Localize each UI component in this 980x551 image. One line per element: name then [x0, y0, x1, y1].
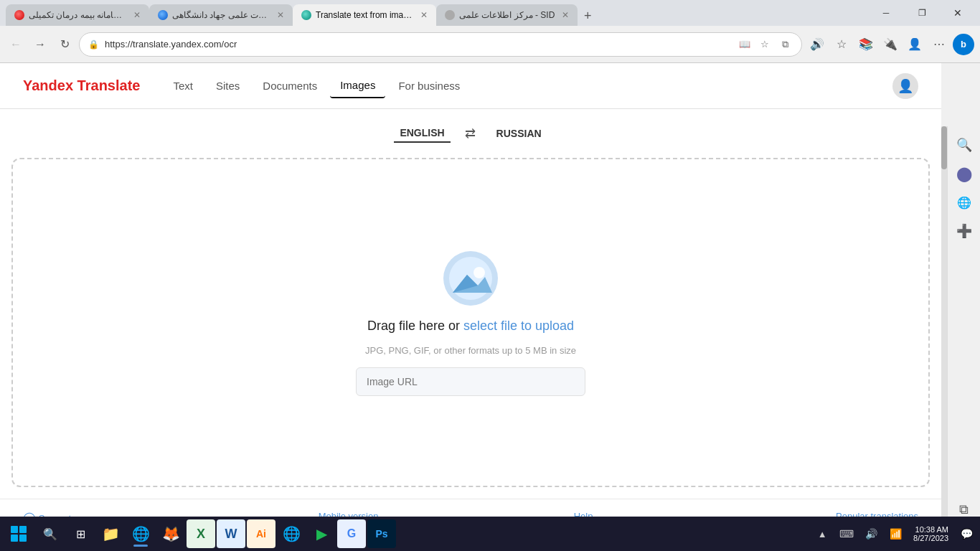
tab-2-close[interactable]: ✕	[277, 10, 284, 20]
taskbar-right: ▲ ⌨ 🔊 📶 10:38 AM 8/27/2023 💬	[811, 523, 977, 545]
maximize-button[interactable]: ❐	[905, 1, 938, 24]
taskbar-photoshop[interactable]: Ps	[367, 519, 396, 548]
tab-1-close[interactable]: ✕	[133, 10, 141, 20]
tab-1-title: سیناد - سامانه بیمه درمان تکمیلی	[29, 10, 126, 20]
taskbar-volume-icon[interactable]: 🔊	[860, 523, 882, 545]
url-text: https://translate.yandex.com/ocr	[105, 39, 731, 50]
tab-2[interactable]: اطلاعات علمی جهاد دانشگاهی | SID ✕	[149, 4, 293, 26]
browser-frame: سیناد - سامانه بیمه درمان تکمیلی ✕ اطلاع…	[0, 0, 980, 551]
bing-copilot-button[interactable]: b	[953, 34, 974, 55]
tab-3[interactable]: Translate text from images and p... ✕	[293, 4, 436, 26]
close-button[interactable]: ✕	[941, 1, 974, 24]
upload-image-icon	[442, 250, 499, 307]
tab-1[interactable]: سیناد - سامانه بیمه درمان تکمیلی ✕	[6, 4, 149, 26]
taskbar-illustrator[interactable]: Ai	[247, 519, 275, 548]
drop-text-container: Drag file here or select file to upload	[367, 319, 574, 334]
profile-icon[interactable]: 👤	[904, 34, 925, 55]
refresh-button[interactable]: ↻	[55, 34, 75, 55]
header-right: 👤	[892, 73, 918, 99]
more-options-icon[interactable]: ⋯	[928, 34, 950, 55]
nav-documents[interactable]: Documents	[253, 74, 327, 98]
taskbar-excel[interactable]: X	[187, 519, 215, 548]
file-drop-zone[interactable]: Drag file here or select file to upload …	[11, 158, 930, 487]
taskbar-notification-icon[interactable]: 💬	[956, 523, 977, 545]
site-header: Yandex Translate Text Sites Documents Im…	[0, 63, 941, 109]
page-scrollbar[interactable]	[941, 126, 947, 551]
svg-point-2	[473, 267, 485, 278]
site-logo: Yandex Translate	[23, 77, 140, 94]
taskbar-google[interactable]: G	[337, 519, 366, 548]
logo-andex: andex Translate	[32, 77, 140, 93]
taskbar-system-tray[interactable]: ▲	[811, 523, 833, 545]
collections-icon[interactable]: 📚	[855, 34, 877, 55]
language-switcher: ENGLISH ⇄ RUSSIAN	[0, 109, 941, 158]
tab-4-favicon	[445, 10, 455, 20]
taskbar-firefox[interactable]: 🦊	[156, 519, 185, 548]
toolbar-right: 🔊 ☆ 📚 🔌 👤 ⋯ b	[806, 34, 974, 55]
tab-2-title: اطلاعات علمی جهاد دانشگاهی | SID	[172, 10, 270, 20]
back-button[interactable]: ←	[6, 34, 26, 55]
scrollbar-thumb[interactable]	[941, 126, 947, 169]
minimize-button[interactable]: ─	[870, 1, 903, 24]
extensions-icon[interactable]: 🔌	[880, 34, 901, 55]
split-icon[interactable]: ⧉	[777, 37, 793, 52]
browser-sidebar: 🔍 ⬤ 🌐 ➕ ⧉ ↗ ⚙️	[947, 126, 980, 551]
taskbar-search-button[interactable]: 🔍	[36, 519, 65, 548]
source-language-button[interactable]: ENGLISH	[394, 124, 450, 143]
address-bar: ← → ↻ 🔒 https://translate.yandex.com/ocr…	[0, 26, 980, 63]
taskbar-time-value: 10:38 AM	[915, 525, 948, 534]
sidebar-add-icon[interactable]: ➕	[951, 218, 977, 244]
tab-2-favicon	[158, 10, 168, 20]
windows-logo	[3, 518, 34, 550]
start-button[interactable]	[3, 518, 34, 550]
new-tab-button[interactable]: +	[578, 6, 598, 26]
nav-images[interactable]: Images	[330, 73, 385, 98]
main-nav: Text Sites Documents Images For business	[163, 73, 470, 98]
tab-4-title: مرکز اطلاعات علمی - SID	[459, 10, 555, 20]
taskbar-network-icon[interactable]: 📶	[885, 523, 906, 545]
taskbar-keyboard-icon[interactable]: ⌨	[836, 523, 857, 545]
tab-4-close[interactable]: ✕	[562, 10, 569, 20]
tab-1-favicon	[14, 10, 24, 20]
target-language-button[interactable]: RUSSIAN	[491, 125, 547, 142]
taskbar-date-value: 8/27/2023	[913, 534, 948, 542]
select-file-link[interactable]: select file to upload	[463, 319, 574, 333]
taskbar-file-explorer[interactable]: 📁	[96, 519, 125, 548]
drag-text: Drag file here or	[367, 319, 463, 333]
nav-sites[interactable]: Sites	[206, 74, 250, 98]
url-bar[interactable]: 🔒 https://translate.yandex.com/ocr 📖 ☆ ⧉	[79, 32, 802, 57]
favorites-icon[interactable]: ☆	[757, 37, 773, 52]
tab-4[interactable]: مرکز اطلاعات علمی - SID ✕	[436, 4, 578, 26]
url-icons: 📖 ☆ ⧉	[737, 37, 793, 52]
taskbar-word[interactable]: W	[217, 519, 245, 548]
nav-for-business[interactable]: For business	[388, 74, 470, 98]
nav-text[interactable]: Text	[163, 74, 203, 98]
taskbar-task-view-button[interactable]: ⊞	[66, 519, 95, 548]
content-area: Yandex Translate Text Sites Documents Im…	[0, 63, 941, 551]
taskbar: 🔍 ⊞ 📁 🌐 🦊 X W Ai 🌐 ▶ G Ps ▲ ⌨ 🔊 📶 10:38 …	[0, 517, 980, 551]
file-format-hint: JPG, PNG, GIF, or other formats up to 5 …	[365, 345, 576, 356]
window-controls: ─ ❐ ✕	[870, 1, 974, 24]
read-aloud-icon[interactable]: 🔊	[806, 34, 828, 55]
yandex-translate-page: Yandex Translate Text Sites Documents Im…	[0, 63, 941, 551]
favorites-toolbar-icon[interactable]: ☆	[831, 34, 852, 55]
user-avatar[interactable]: 👤	[892, 73, 918, 99]
taskbar-edge[interactable]: 🌐	[126, 519, 155, 548]
tab-3-favicon	[301, 10, 311, 20]
swap-languages-button[interactable]: ⇄	[459, 122, 482, 145]
logo-y: Y	[23, 77, 32, 93]
sidebar-outlook-icon[interactable]: 🌐	[951, 189, 977, 215]
taskbar-clock[interactable]: 10:38 AM 8/27/2023	[909, 525, 953, 542]
taskbar-media-player[interactable]: ▶	[307, 519, 336, 548]
tab-3-close[interactable]: ✕	[420, 10, 428, 20]
security-icon: 🔒	[88, 39, 99, 50]
tab-3-title: Translate text from images and p...	[316, 10, 413, 20]
tab-bar: سیناد - سامانه بیمه درمان تکمیلی ✕ اطلاع…	[6, 0, 867, 26]
sidebar-search-icon[interactable]: 🔍	[951, 132, 977, 158]
sidebar-copilot-icon[interactable]: ⬤	[951, 161, 977, 187]
reader-icon[interactable]: 📖	[737, 37, 753, 52]
title-bar: سیناد - سامانه بیمه درمان تکمیلی ✕ اطلاع…	[0, 0, 980, 26]
forward-button[interactable]: →	[30, 34, 50, 55]
image-url-input[interactable]	[356, 367, 585, 396]
taskbar-edge2[interactable]: 🌐	[277, 519, 306, 548]
